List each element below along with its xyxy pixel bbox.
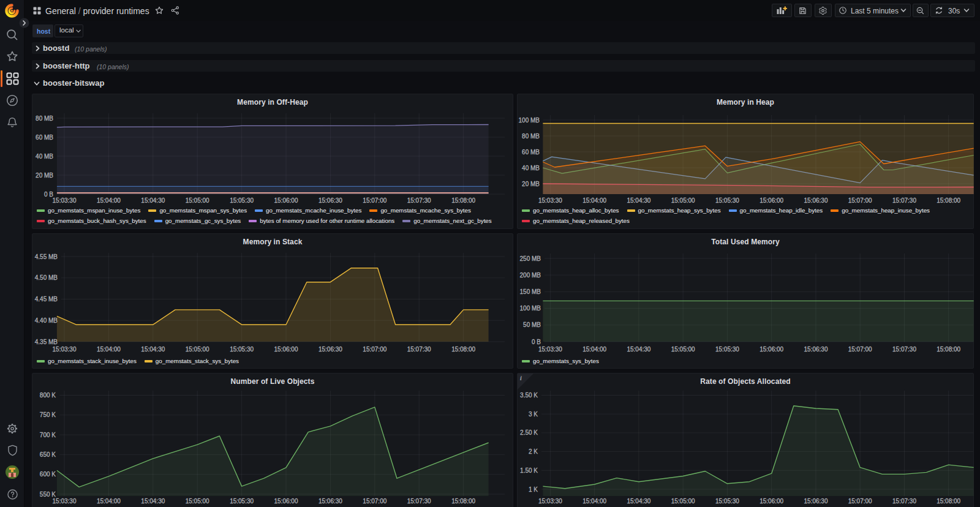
svg-text:15:06:00: 15:06:00: [274, 498, 298, 505]
svg-text:15:08:00: 15:08:00: [451, 498, 475, 505]
svg-text:15:04:00: 15:04:00: [97, 197, 121, 204]
svg-text:15:08:00: 15:08:00: [451, 346, 475, 353]
svg-text:15:04:00: 15:04:00: [582, 197, 606, 204]
svg-text:15:07:30: 15:07:30: [407, 498, 431, 505]
svg-text:3.50 K: 3.50 K: [520, 392, 538, 399]
svg-text:15:03:30: 15:03:30: [53, 346, 77, 353]
svg-text:15:03:30: 15:03:30: [53, 498, 77, 505]
svg-text:40 MB: 40 MB: [36, 153, 53, 160]
svg-text:550 K: 550 K: [40, 491, 56, 498]
svg-text:15:04:00: 15:04:00: [97, 346, 121, 353]
svg-text:750 K: 750 K: [40, 411, 56, 418]
svg-text:1 K: 1 K: [529, 486, 538, 493]
svg-text:15:05:00: 15:05:00: [671, 498, 695, 505]
svg-text:15:06:30: 15:06:30: [318, 197, 342, 204]
svg-text:15:08:00: 15:08:00: [451, 197, 475, 204]
svg-text:15:03:30: 15:03:30: [538, 498, 562, 505]
svg-text:15:04:30: 15:04:30: [141, 346, 165, 353]
svg-text:15:05:30: 15:05:30: [715, 346, 739, 353]
svg-text:800 K: 800 K: [40, 392, 56, 399]
svg-text:15:06:30: 15:06:30: [804, 197, 828, 204]
svg-text:4.45 MB: 4.45 MB: [35, 296, 58, 302]
svg-text:15:04:00: 15:04:00: [582, 346, 606, 353]
svg-text:15:04:30: 15:04:30: [627, 197, 650, 204]
svg-text:150 MB: 150 MB: [520, 288, 541, 295]
svg-text:15:07:30: 15:07:30: [892, 346, 916, 353]
svg-text:1.50 K: 1.50 K: [520, 467, 538, 474]
svg-text:15:07:00: 15:07:00: [848, 498, 872, 505]
svg-text:15:07:00: 15:07:00: [848, 197, 872, 204]
svg-text:700 K: 700 K: [40, 432, 56, 438]
svg-text:15:06:30: 15:06:30: [804, 498, 828, 505]
svg-text:2 K: 2 K: [529, 448, 538, 455]
svg-text:650 K: 650 K: [40, 451, 56, 458]
svg-text:600 K: 600 K: [40, 471, 56, 478]
svg-text:15:05:00: 15:05:00: [186, 197, 209, 204]
svg-text:15:05:00: 15:05:00: [186, 498, 209, 505]
svg-text:15:03:30: 15:03:30: [538, 197, 562, 204]
svg-text:15:05:30: 15:05:30: [230, 498, 254, 505]
svg-text:15:06:00: 15:06:00: [274, 346, 298, 353]
svg-text:15:06:00: 15:06:00: [760, 346, 783, 353]
svg-text:2.50 K: 2.50 K: [520, 429, 538, 436]
svg-text:15:05:00: 15:05:00: [186, 346, 209, 353]
svg-text:15:04:00: 15:04:00: [97, 498, 121, 505]
svg-text:20 MB: 20 MB: [36, 172, 53, 179]
svg-text:15:06:30: 15:06:30: [318, 346, 342, 353]
svg-text:0 B: 0 B: [44, 191, 53, 198]
svg-text:200 MB: 200 MB: [520, 272, 541, 279]
svg-text:15:07:30: 15:07:30: [892, 197, 916, 204]
svg-text:15:07:00: 15:07:00: [363, 346, 386, 353]
svg-text:15:07:30: 15:07:30: [892, 498, 916, 505]
svg-text:15:03:30: 15:03:30: [53, 197, 77, 204]
svg-text:15:08:00: 15:08:00: [937, 197, 960, 204]
svg-text:15:04:30: 15:04:30: [141, 498, 165, 505]
svg-text:20 MB: 20 MB: [522, 181, 540, 187]
svg-text:80 MB: 80 MB: [522, 133, 540, 140]
svg-text:15:07:00: 15:07:00: [848, 346, 872, 353]
svg-text:15:03:30: 15:03:30: [538, 346, 562, 353]
svg-text:4.55 MB: 4.55 MB: [35, 254, 58, 260]
svg-text:15:07:00: 15:07:00: [363, 197, 386, 204]
svg-text:15:04:30: 15:04:30: [627, 346, 650, 353]
svg-text:15:06:00: 15:06:00: [274, 197, 298, 204]
svg-text:15:05:30: 15:05:30: [230, 197, 254, 204]
svg-text:15:07:00: 15:07:00: [363, 498, 386, 505]
svg-text:15:05:00: 15:05:00: [671, 197, 695, 204]
svg-text:15:04:30: 15:04:30: [627, 498, 650, 505]
svg-text:15:05:00: 15:05:00: [671, 346, 695, 353]
svg-text:15:07:30: 15:07:30: [407, 197, 431, 204]
svg-text:15:05:30: 15:05:30: [715, 498, 739, 505]
svg-text:15:06:00: 15:06:00: [760, 498, 783, 505]
svg-text:15:06:00: 15:06:00: [760, 197, 783, 204]
svg-text:100 MB: 100 MB: [520, 305, 541, 312]
svg-text:3 K: 3 K: [529, 411, 538, 418]
svg-text:100 MB: 100 MB: [519, 117, 540, 124]
svg-text:40 MB: 40 MB: [522, 165, 540, 171]
svg-text:15:04:00: 15:04:00: [582, 498, 606, 505]
svg-text:4.40 MB: 4.40 MB: [35, 317, 58, 324]
svg-text:15:04:30: 15:04:30: [141, 197, 165, 204]
svg-text:15:08:00: 15:08:00: [937, 346, 960, 353]
svg-text:15:05:30: 15:05:30: [230, 346, 254, 353]
svg-text:15:06:30: 15:06:30: [804, 346, 828, 353]
svg-text:250 MB: 250 MB: [520, 255, 541, 262]
svg-text:60 MB: 60 MB: [522, 149, 540, 156]
svg-text:50 MB: 50 MB: [523, 321, 541, 328]
svg-text:15:05:30: 15:05:30: [715, 197, 739, 204]
svg-text:4.35 MB: 4.35 MB: [35, 339, 58, 345]
svg-text:0 B: 0 B: [532, 339, 541, 345]
svg-text:15:07:30: 15:07:30: [407, 346, 431, 353]
svg-text:60 MB: 60 MB: [36, 134, 53, 141]
svg-text:4.50 MB: 4.50 MB: [35, 274, 58, 281]
svg-text:15:08:00: 15:08:00: [937, 498, 960, 505]
svg-text:15:06:30: 15:06:30: [318, 498, 342, 505]
svg-text:80 MB: 80 MB: [36, 115, 53, 122]
